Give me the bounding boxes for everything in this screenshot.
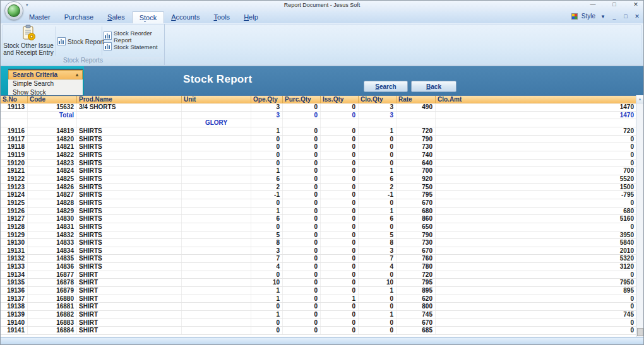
menu-item-simple-search[interactable]: Simple Search xyxy=(8,79,83,88)
table-row[interactable]: 1912914832SHIRTS50057903950 xyxy=(1,231,637,240)
cell-prodname: SHIRTS xyxy=(77,136,182,143)
cell-purcqty: 0 xyxy=(283,127,321,135)
cell-sno: 19123 xyxy=(1,184,28,191)
search-criteria-header[interactable]: Search Criteria ▴ xyxy=(8,70,83,79)
table-row[interactable]: 1913314836SHIRTS40047803120 xyxy=(1,263,637,271)
tab-help[interactable]: Help xyxy=(237,11,265,23)
tab-accounts[interactable]: Accounts xyxy=(164,11,206,23)
cell-prodname xyxy=(77,112,182,119)
column-header-issqty[interactable]: Iss.Qty xyxy=(321,96,359,103)
cell-cloqty: 3 xyxy=(359,103,397,111)
vertical-scrollbar[interactable]: ▴ xyxy=(636,95,643,337)
search-button[interactable]: Search xyxy=(364,81,408,92)
mdi-restore-button[interactable]: □ xyxy=(622,13,629,20)
cell-purcqty: 0 xyxy=(283,279,321,286)
app-orb-button[interactable] xyxy=(4,1,23,20)
table-row[interactable]: 1912014823SHIRTS00006400 xyxy=(1,160,637,168)
scroll-up-icon[interactable]: ▴ xyxy=(636,95,643,103)
style-dropdown-icon[interactable]: ▾ xyxy=(599,13,607,20)
cell-prodname xyxy=(77,119,182,127)
column-header-prodname[interactable]: Prod.Name xyxy=(77,96,182,103)
table-row[interactable]: 1913916882SHIRT1001745745 xyxy=(1,311,637,319)
close-button[interactable]: ✕ xyxy=(631,1,641,8)
column-header-rate[interactable]: Rate xyxy=(397,96,436,103)
cell-unit xyxy=(182,199,251,207)
cell-code: 16881 xyxy=(28,303,77,310)
table-row[interactable]: 1912114824SHIRTS1001700700 xyxy=(1,167,637,175)
menu-item-show-stock[interactable]: Show Stock xyxy=(8,88,83,95)
cell-cloamt: 5320 xyxy=(436,255,637,262)
tab-purchase[interactable]: Purchase xyxy=(57,11,100,23)
stock-report-button[interactable]: Stock Report xyxy=(57,37,104,47)
cell-cloamt: 3950 xyxy=(436,231,637,239)
column-header-cloqty[interactable]: Clo.Qty xyxy=(359,96,397,103)
cell-purcqty: 0 xyxy=(283,311,321,319)
table-row[interactable]: 19113156323/4 SHORTS30034901470 xyxy=(1,103,637,112)
table-row[interactable]: 1913516878SHIRT1000107957950 xyxy=(1,279,637,287)
tab-stock[interactable]: Stock xyxy=(132,11,165,23)
cell-issqty: 0 xyxy=(321,247,359,255)
table-row[interactable]: 1911614819SHIRTS1001720720 xyxy=(1,127,637,136)
table-group-row[interactable]: GLORY xyxy=(1,119,637,127)
mdi-minimize-button[interactable]: _ xyxy=(611,13,618,20)
stock-statement-button[interactable]: Stock Statement xyxy=(104,42,158,52)
ribbon: Stock Other Issue and Receipt Entry Stoc… xyxy=(1,23,643,66)
minimize-button[interactable]: — xyxy=(588,1,598,8)
cell-code: 14820 xyxy=(28,136,77,143)
maximize-button[interactable]: □ xyxy=(609,1,619,8)
column-header-sno[interactable]: S.No xyxy=(1,96,28,103)
stock-reorder-report-button[interactable]: Stock Reorder Report xyxy=(104,32,164,41)
stock-statement-label: Stock Statement xyxy=(114,44,158,50)
table-row[interactable]: 1913716880SHIRT10106200 xyxy=(1,295,637,303)
cell-cloqty: 10 xyxy=(359,279,397,286)
column-header-cloamt[interactable]: Clo.Amt xyxy=(436,96,637,103)
cell-sno: 19140 xyxy=(1,319,28,327)
back-button[interactable]: Back xyxy=(411,81,456,92)
cell-opeqty: 3 xyxy=(251,103,283,111)
search-criteria-title: Search Criteria xyxy=(13,71,57,79)
column-header-code[interactable]: Code xyxy=(28,96,77,103)
table-total-row[interactable]: Total30031470 xyxy=(1,112,637,120)
table-row[interactable]: 1912414827SHIRTS-100-1795-795 xyxy=(1,191,637,199)
cell-cloqty: 5 xyxy=(359,231,397,239)
table-row[interactable]: 1912714830SHIRTS60068605160 xyxy=(1,215,637,223)
cell-unit xyxy=(182,151,251,159)
table-row[interactable]: 1913616879SHIRT1001895895 xyxy=(1,287,637,295)
tab-tools[interactable]: Tools xyxy=(206,11,237,23)
status-bar xyxy=(1,337,643,345)
table-row[interactable]: 1913014833SHIRTS80087305840 xyxy=(1,239,637,247)
table-row[interactable]: 1911914822SHIRTS00007400 xyxy=(1,151,637,160)
table-row[interactable]: 1913114834SHIRTS30036702010 xyxy=(1,247,637,255)
table-row[interactable]: 1911714820SHIRTS00007900 xyxy=(1,136,637,144)
table-row[interactable]: 1913816881SHIRT00008000 xyxy=(1,303,637,311)
tab-sales[interactable]: Sales xyxy=(100,11,132,23)
scrollbar-thumb[interactable] xyxy=(637,328,643,336)
table-row[interactable]: 1912214825SHIRTS60069205520 xyxy=(1,175,637,184)
table-row[interactable]: 1912814831SHIRTS00006500 xyxy=(1,223,637,231)
column-header-unit[interactable]: Unit xyxy=(182,96,251,103)
cell-rate xyxy=(397,119,436,127)
cell-cloqty: 1 xyxy=(359,287,397,295)
stock-other-issue-button[interactable]: Stock Other Issue and Receipt Entry xyxy=(3,25,54,56)
quick-access-dropdown-icon[interactable]: ▾ xyxy=(26,3,28,8)
column-header-opeqty[interactable]: Ope.Qty xyxy=(251,96,283,103)
cell-unit xyxy=(182,208,251,215)
table-row[interactable]: 1912614829SHIRTS1001680680 xyxy=(1,208,637,216)
cell-issqty: 0 xyxy=(321,191,359,199)
table-row[interactable]: 1913416877SHIRT00007200 xyxy=(1,271,637,279)
cell-unit xyxy=(182,136,251,143)
cell-unit xyxy=(182,160,251,167)
collapse-icon[interactable]: ▴ xyxy=(76,71,78,79)
tab-master[interactable]: Master xyxy=(22,11,57,23)
table-row[interactable]: 1913214835SHIRTS70077605320 xyxy=(1,255,637,263)
table-row[interactable]: 1912514828SHIRTS00006700 xyxy=(1,199,637,208)
style-button[interactable]: Style xyxy=(581,13,595,20)
table-row[interactable]: 1912314826SHIRTS20027501500 xyxy=(1,184,637,192)
table-row[interactable]: 1914016883SHIRT00006700 xyxy=(1,319,637,327)
cell-prodname: SHIRT xyxy=(77,295,182,303)
column-header-purcqty[interactable]: Purc.Qty xyxy=(283,96,321,103)
mdi-close-button[interactable]: ✕ xyxy=(633,13,641,20)
table-row[interactable]: 1914116884SHIRT00006850 xyxy=(1,327,637,335)
cell-prodname: SHIRTS xyxy=(77,143,182,151)
table-row[interactable]: 1911814821SHIRTS00007300 xyxy=(1,143,637,151)
